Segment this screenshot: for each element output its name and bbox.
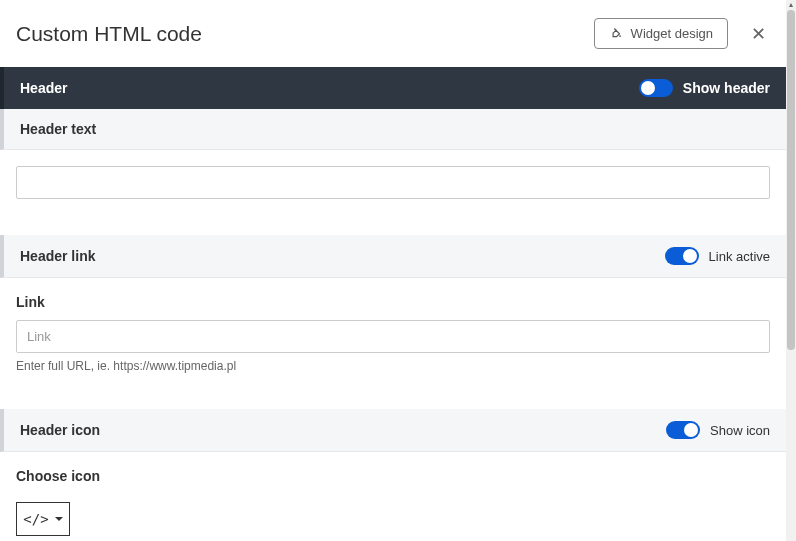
header-text-input[interactable] [16,166,770,199]
scroll-up-arrow[interactable]: ▴ [786,0,796,10]
show-icon-toggle[interactable] [666,421,700,439]
header-link-bar: Header link Link active [0,235,786,278]
icon-picker[interactable]: </> [16,502,70,536]
top-right-controls: Widget design ✕ [594,18,770,49]
chevron-down-icon [55,517,63,521]
svg-point-0 [619,35,621,37]
link-hint: Enter full URL, ie. https://www.tipmedia… [16,359,770,373]
header-section-title: Header [20,80,67,96]
header-text-block [0,150,786,215]
header-link-block: Link Enter full URL, ie. https://www.tip… [0,278,786,389]
header-text-title: Header text [20,121,96,137]
header-section-bar: Header Show header [0,67,786,109]
link-active-label: Link active [709,249,770,264]
vertical-scrollbar[interactable]: ▴ [786,0,796,541]
top-bar: Custom HTML code Widget design ✕ [0,0,786,67]
header-icon-title: Header icon [20,422,100,438]
header-link-title: Header link [20,248,95,264]
header-text-bar: Header text [0,109,786,150]
scrollbar-thumb[interactable] [787,10,795,350]
page-title: Custom HTML code [16,22,202,46]
show-icon-label: Show icon [710,423,770,438]
header-icon-block: Choose icon </> [0,452,786,541]
show-header-toggle[interactable] [639,79,673,97]
paint-bucket-icon [609,25,623,42]
link-input[interactable] [16,320,770,353]
link-field-label: Link [16,294,770,310]
link-active-toggle[interactable] [665,247,699,265]
close-icon: ✕ [751,23,766,45]
close-button[interactable]: ✕ [746,22,770,46]
widget-design-label: Widget design [631,26,713,41]
widget-design-button[interactable]: Widget design [594,18,728,49]
show-header-label: Show header [683,80,770,96]
header-icon-bar: Header icon Show icon [0,409,786,452]
code-icon: </> [23,511,48,527]
choose-icon-label: Choose icon [16,468,770,484]
